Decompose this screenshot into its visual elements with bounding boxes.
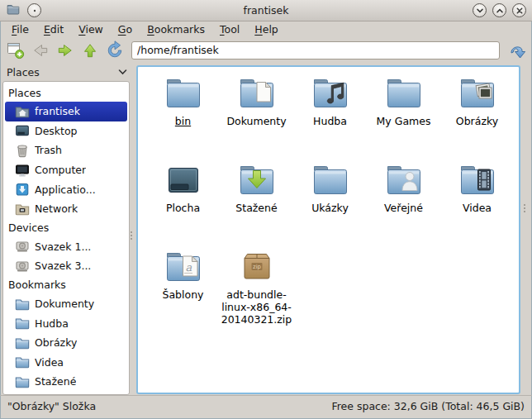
sidebar-section-devices: Devices xyxy=(5,219,127,237)
svg-text:zip: zip xyxy=(252,264,261,270)
file-item-dokumenty[interactable]: Dokumenty xyxy=(220,71,293,158)
folder-icon xyxy=(15,374,30,389)
back-icon[interactable] xyxy=(29,40,52,61)
computer-icon xyxy=(15,163,30,178)
file-item-my-games[interactable]: My Games xyxy=(367,71,440,158)
go-jump-icon[interactable] xyxy=(506,40,528,61)
menu-help[interactable]: Help xyxy=(247,22,286,36)
svg-text:a: a xyxy=(185,261,192,274)
sidebar-item-label: Network xyxy=(35,202,78,215)
menubar: FileEditViewGoBookmarksToolHelp xyxy=(0,21,532,37)
statusbar: "Obrázky" Složka Free space: 32,6 GiB (T… xyxy=(0,395,532,419)
drive-icon xyxy=(15,239,30,254)
menu-bookmarks[interactable]: Bookmarks xyxy=(140,22,212,36)
forward-icon[interactable] xyxy=(54,40,77,61)
sidebar-item-svazek-1[interactable]: Svazek 1... xyxy=(5,237,127,257)
sidebar-item-desktop[interactable]: Desktop xyxy=(5,121,127,141)
menu-file[interactable]: File xyxy=(4,22,36,36)
sidebar-item-computer[interactable]: Computer xyxy=(5,160,127,180)
sidebar-item-svazek-3[interactable]: Svazek 3... xyxy=(5,256,127,276)
folder-icon xyxy=(237,160,277,200)
new-window-icon[interactable] xyxy=(4,40,27,61)
desktop-folder-icon xyxy=(164,160,203,200)
file-item-uk-zky[interactable]: Ukázky xyxy=(293,158,367,245)
menu-go[interactable]: Go xyxy=(111,22,140,36)
folder-icon xyxy=(311,160,350,200)
file-item-ve-ejn[interactable]: Veřejné xyxy=(367,158,440,245)
sidebar-item-trash[interactable]: Trash xyxy=(5,140,127,160)
desktop-icon xyxy=(15,123,30,138)
file-item-hudba[interactable]: Hudba xyxy=(293,71,367,158)
window-folder-icon xyxy=(6,2,21,18)
sidebar-item-label: Computer xyxy=(35,164,86,176)
file-name: Plocha xyxy=(166,202,200,215)
menu-view[interactable]: View xyxy=(71,22,111,36)
toolbar xyxy=(0,37,532,63)
path-input[interactable] xyxy=(131,41,500,60)
file-grid: binDokumentyHudbaMy GamesObrázkyPlochaSt… xyxy=(138,67,519,331)
menu-edit[interactable]: Edit xyxy=(36,22,71,36)
folder-icon xyxy=(384,74,424,113)
folder-view[interactable]: binDokumentyHudbaMy GamesObrázkyPlochaSt… xyxy=(136,65,520,394)
trash-icon xyxy=(15,143,30,158)
maximize-button[interactable] xyxy=(492,3,506,17)
file-name: Stažené xyxy=(235,202,277,215)
sidebar-item-label: Videa xyxy=(35,356,64,369)
folder-icon xyxy=(15,336,30,350)
menu-tool[interactable]: Tool xyxy=(212,22,247,36)
sidebar-item-obr-zky[interactable]: Obrázky xyxy=(5,333,127,353)
up-icon[interactable] xyxy=(78,40,102,61)
sidebar-item-dokumenty[interactable]: Dokumenty xyxy=(5,294,127,314)
drive-icon xyxy=(15,259,30,274)
close-button[interactable] xyxy=(512,3,526,17)
home-folder-icon xyxy=(15,104,30,119)
statusbar-freespace-text: Free space: 32,6 GiB (Total: 46,5 GiB) xyxy=(331,400,525,412)
sidebar-item-label: Hudba xyxy=(35,317,69,330)
sidebar-item-label: frantisek xyxy=(35,105,80,117)
file-item-bin[interactable]: bin xyxy=(146,71,220,158)
file-item-ablony[interactable]: aŠablony xyxy=(146,245,220,331)
sidebar-item-label: Stažené xyxy=(35,375,76,388)
sidebar-item-label: Trash xyxy=(35,144,62,156)
sidebar-list: PlacesfrantisekDesktopTrashComputerAppli… xyxy=(2,81,130,395)
window-controls xyxy=(473,3,526,17)
sticky-button[interactable] xyxy=(27,3,41,17)
file-name: Dokumenty xyxy=(226,116,286,128)
refresh-icon[interactable] xyxy=(103,40,126,61)
file-name: Ukázky xyxy=(311,202,349,215)
file-name: bin xyxy=(175,116,191,128)
file-name: My Games xyxy=(377,116,431,128)
file-name: Hudba xyxy=(313,116,347,128)
folder-icon xyxy=(15,316,30,331)
minimize-button[interactable] xyxy=(473,3,487,17)
sidebar-item-hudba[interactable]: Hudba xyxy=(5,313,127,333)
pane-selector-label: Places xyxy=(7,66,40,79)
file-item-adt-bundle-linux-x86-64-20140321-zip[interactable]: zipadt-bundle-linux-x86_64-20140321.zip xyxy=(220,245,293,331)
sidebar-item-frantisek[interactable]: frantisek xyxy=(5,102,127,121)
sidebar-item-label: Svazek 3... xyxy=(35,259,91,272)
sidebar-item-label: Svazek 1... xyxy=(35,240,91,253)
window-title: frantisek xyxy=(0,4,532,17)
chevron-down-icon xyxy=(118,67,127,78)
file-item-plocha[interactable]: Plocha xyxy=(146,158,220,245)
file-item-obr-zky[interactable]: Obrázky xyxy=(440,71,514,158)
sidebar-pane-selector[interactable]: Places xyxy=(0,63,134,81)
file-item-sta-en[interactable]: Stažené xyxy=(220,158,293,245)
window-resize-grip[interactable] xyxy=(524,204,525,212)
sidebar-item-videa[interactable]: Videa xyxy=(5,353,127,373)
toolbar-buttons xyxy=(4,40,126,61)
sidebar-item-applicatio[interactable]: Applicatio... xyxy=(5,179,127,199)
folder-icon xyxy=(164,74,203,113)
zip-archive-icon: zip xyxy=(237,247,277,287)
sidebar-item-label: Applicatio... xyxy=(35,183,96,196)
sidebar-section-bookmarks: Bookmarks xyxy=(5,276,127,294)
sidebar-item-network[interactable]: Network xyxy=(5,199,127,219)
file-name: Šablony xyxy=(163,289,204,302)
splitter-handle[interactable] xyxy=(131,231,132,240)
sidebar-item-sta-en[interactable]: Stažené xyxy=(5,372,127,392)
network-folder-icon xyxy=(15,202,30,217)
sidebar-section-places: Places xyxy=(5,83,127,102)
file-item-videa[interactable]: Videa xyxy=(440,158,514,245)
folder-icon xyxy=(237,74,277,113)
applications-icon xyxy=(15,182,30,197)
